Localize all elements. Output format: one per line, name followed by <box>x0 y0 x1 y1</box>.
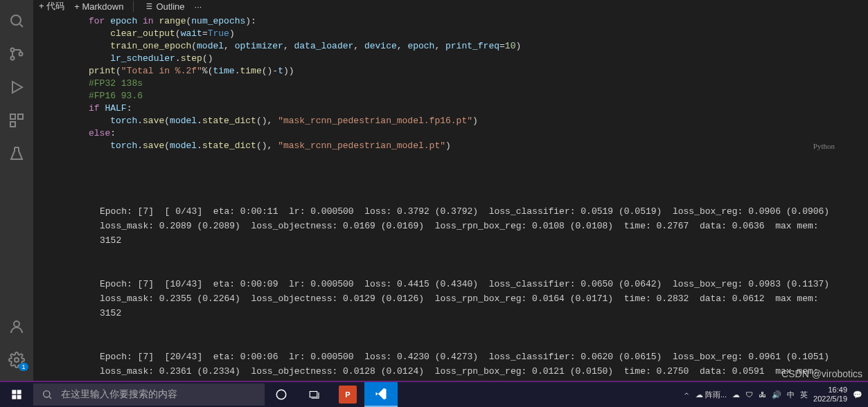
clock-date: 2022/5/19 <box>813 395 847 404</box>
ime-en-icon[interactable]: 英 <box>800 390 808 400</box>
cell-output: ··· Epoch: [7] [ 0/43] eta: 0:00:11 lr: … <box>61 155 868 381</box>
activity-bar: 1 <box>0 0 33 381</box>
svg-point-8 <box>15 358 19 362</box>
toolbar-divider <box>133 1 134 12</box>
accounts-icon[interactable] <box>0 310 33 343</box>
svg-rect-19 <box>12 390 16 394</box>
task-view-icon[interactable] <box>298 382 331 407</box>
windows-taskbar: 在这里输入你要搜索的内容 P ☁ 阵雨... ☁ 🛡 🖧 🔊 中 英 16:49… <box>0 382 868 407</box>
svg-point-0 <box>11 15 21 25</box>
svg-point-7 <box>14 321 19 327</box>
clock[interactable]: 16:49 2022/5/19 <box>813 386 847 404</box>
cortana-icon[interactable] <box>265 382 298 407</box>
svg-point-2 <box>11 57 15 60</box>
svg-point-23 <box>44 391 50 397</box>
add-markdown-cell-button[interactable]: + Markdown <box>74 1 123 12</box>
network-icon[interactable]: 🖧 <box>759 390 766 399</box>
add-code-cell-button[interactable]: + 代码 <box>39 0 64 12</box>
weather-widget[interactable]: ☁ 阵雨... <box>696 390 727 400</box>
svg-rect-5 <box>18 114 23 119</box>
output-line: Epoch: [7] [ 0/43] eta: 0:00:11 lr: 0.00… <box>100 204 840 248</box>
settings-icon[interactable]: 1 <box>0 343 33 377</box>
search-icon[interactable] <box>0 4 33 37</box>
testing-icon[interactable] <box>0 137 33 170</box>
outline-label: Outline <box>156 1 184 12</box>
onedrive-icon[interactable]: ☁ <box>732 390 740 399</box>
watermark: CSDN @virobotics <box>781 368 862 379</box>
run-debug-icon[interactable] <box>0 71 33 104</box>
svg-point-24 <box>276 390 286 399</box>
action-center-icon[interactable]: 💬 <box>853 390 862 399</box>
svg-rect-4 <box>10 114 15 119</box>
powerpoint-icon[interactable]: P <box>339 386 357 404</box>
cell-language-label[interactable]: Python <box>813 140 835 152</box>
output-line: Epoch: [7] [20/43] eta: 0:00:06 lr: 0.00… <box>100 350 840 381</box>
svg-rect-6 <box>10 122 15 127</box>
search-placeholder: 在这里输入你要搜索的内容 <box>61 388 177 401</box>
editor-area: + 代码 + Markdown Outline ··· for epoch in… <box>33 0 868 381</box>
extensions-icon[interactable] <box>0 104 33 137</box>
svg-rect-20 <box>17 390 21 394</box>
source-control-icon[interactable] <box>0 37 33 71</box>
svg-rect-21 <box>12 395 16 399</box>
start-button[interactable] <box>0 382 33 407</box>
system-tray: ☁ 阵雨... ☁ 🛡 🖧 🔊 中 英 16:49 2022/5/19 💬 <box>677 386 868 404</box>
tray-expand-icon[interactable] <box>683 390 690 399</box>
svg-rect-22 <box>17 395 21 399</box>
vscode-icon[interactable] <box>364 382 398 407</box>
volume-icon[interactable]: 🔊 <box>772 390 781 399</box>
output-line: Epoch: [7] [10/43] eta: 0:00:09 lr: 0.00… <box>100 277 840 320</box>
svg-rect-25 <box>310 392 317 397</box>
svg-point-3 <box>19 53 23 56</box>
svg-point-1 <box>11 48 15 52</box>
taskbar-search[interactable]: 在这里输入你要搜索的内容 <box>33 383 265 406</box>
more-actions-button[interactable]: ··· <box>195 1 202 12</box>
notebook-toolbar: + 代码 + Markdown Outline ··· <box>33 0 868 12</box>
defender-icon[interactable]: 🛡 <box>745 390 753 399</box>
code-cell[interactable]: for epoch in range(num_epochs): clear_ou… <box>61 12 840 155</box>
outline-button[interactable]: Outline <box>143 1 184 12</box>
clock-time: 16:49 <box>813 386 847 395</box>
settings-badge: 1 <box>19 363 28 371</box>
ime-zh-icon[interactable]: 中 <box>787 390 795 400</box>
